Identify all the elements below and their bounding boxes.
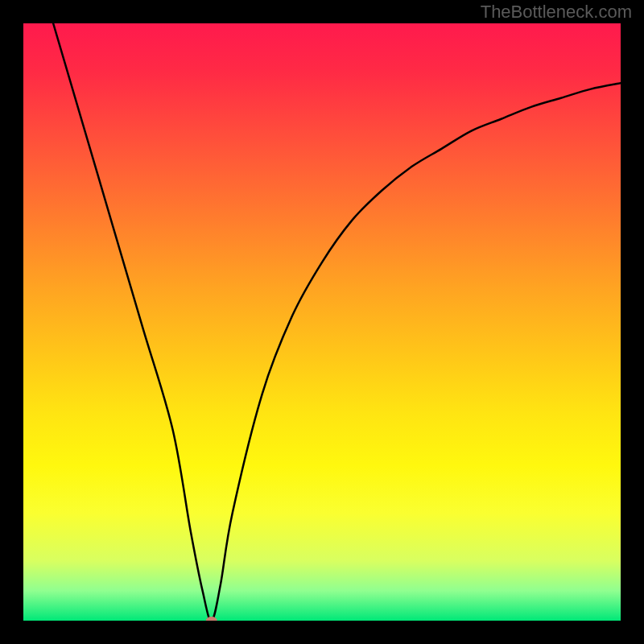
bottleneck-curve-path (53, 23, 621, 621)
chart-plot-area (23, 23, 621, 621)
optimal-marker (206, 617, 217, 621)
bottleneck-curve-svg (23, 23, 621, 621)
watermark-text: TheBottleneck.com (481, 2, 632, 23)
